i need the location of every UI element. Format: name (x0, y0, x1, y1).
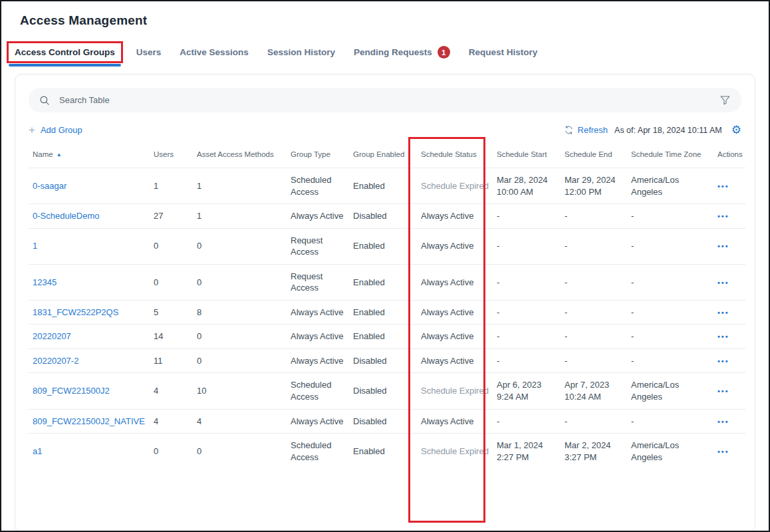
search-icon (39, 95, 50, 106)
refresh-icon (564, 125, 574, 135)
groups-table: Name▲ Users Asset Access Methods Group T… (29, 144, 741, 469)
add-group-label: Add Group (41, 125, 82, 135)
row-actions-button[interactable]: ••• (717, 277, 729, 288)
toolbar-right: Refresh As of: Apr 18, 2024 10:11 AM ⚙ (564, 124, 741, 136)
column-header-group-enabled[interactable]: Group Enabled (349, 144, 417, 168)
table-body: 0-saagar11Scheduled AccessEnabledSchedul… (29, 168, 745, 469)
tab-label: Session History (267, 47, 335, 57)
table-row: 1831_FCW2522P2QS58Always ActiveEnabledAl… (29, 300, 745, 325)
table-row: 1234500Request AccessEnabledAlways Activ… (29, 264, 745, 300)
refresh-button[interactable]: Refresh (564, 125, 608, 135)
sort-ascending-icon: ▲ (57, 152, 62, 158)
table-row: 809_FCW221500J2410Scheduled AccessDisabl… (29, 373, 745, 409)
funnel-icon (719, 94, 731, 106)
group-name-link[interactable]: a1 (33, 446, 42, 456)
annotation-box-active-tab: Access Control Groups (7, 41, 123, 63)
tab-active-sessions[interactable]: Active Sessions (180, 47, 249, 57)
table-row: 0-saagar11Scheduled AccessEnabledSchedul… (29, 168, 745, 204)
page-title: Access Management (1, 1, 769, 28)
add-group-button[interactable]: + Add Group (29, 124, 82, 136)
row-actions-button[interactable]: ••• (717, 211, 729, 221)
filter-button[interactable] (718, 93, 732, 107)
row-actions-button[interactable]: ••• (717, 181, 729, 192)
group-name-link[interactable]: 1 (33, 241, 37, 251)
table-row: 20220207140Always ActiveEnabledAlways Ac… (29, 325, 745, 349)
plus-icon: + (29, 124, 35, 136)
tab-label: Request History (469, 47, 538, 57)
tab-label: Active Sessions (180, 47, 249, 57)
column-header-actions: Actions (713, 144, 745, 168)
group-name-link[interactable]: 0-saagar (33, 181, 66, 191)
gear-icon: ⚙ (731, 124, 741, 136)
table-row: 0-ScheduleDemo271Always ActiveDisabledAl… (29, 204, 745, 229)
refresh-label: Refresh (578, 125, 608, 135)
group-name-link[interactable]: 12345 (33, 277, 57, 287)
column-header-schedule-start[interactable]: Schedule Start (493, 144, 561, 168)
tab-session-history[interactable]: Session History (267, 47, 335, 57)
group-name-link[interactable]: 1831_FCW2522P2QS (33, 307, 118, 317)
column-header-asset-access-methods[interactable]: Asset Access Methods (193, 144, 287, 168)
groups-table-card: + Add Group Refresh As of: Apr 18, 2024 … (15, 74, 755, 532)
row-actions-button[interactable]: ••• (717, 446, 729, 457)
column-header-users[interactable]: Users (150, 144, 193, 168)
tab-label: Access Control Groups (15, 47, 115, 57)
row-actions-button[interactable]: ••• (717, 241, 729, 251)
column-header-schedule-end[interactable]: Schedule End (561, 144, 627, 168)
row-actions-button[interactable]: ••• (717, 416, 729, 427)
as-of-timestamp: As of: Apr 18, 2024 10:11 AM (614, 126, 722, 135)
tab-users[interactable]: Users (136, 47, 162, 57)
table-row: 20220207-2110Always ActiveDisabledAlways… (29, 348, 745, 373)
table-toolbar: + Add Group Refresh As of: Apr 18, 2024 … (29, 124, 741, 136)
group-name-link[interactable]: 809_FCW221500J2 (33, 386, 110, 396)
table-row: a100Scheduled AccessEnabledSchedule Expi… (29, 434, 745, 469)
column-header-name[interactable]: Name▲ (29, 144, 150, 168)
table-row: 809_FCW221500J2_NATIVE44Always ActiveDis… (29, 409, 745, 434)
table-settings-button[interactable]: ⚙ (731, 124, 741, 136)
tab-request-history[interactable]: Request History (469, 47, 538, 57)
search-input[interactable] (58, 94, 718, 106)
table-search-bar (29, 88, 741, 112)
group-name-link[interactable]: 809_FCW221500J2_NATIVE (33, 416, 145, 426)
pending-requests-count-badge: 1 (438, 46, 450, 59)
tab-access-control-groups[interactable]: Access Control Groups (7, 41, 123, 63)
tab-pending-requests[interactable]: Pending Requests 1 (354, 46, 450, 59)
tab-bar: Access Control Groups Users Active Sessi… (7, 41, 769, 63)
tab-label: Users (136, 47, 162, 57)
group-name-link[interactable]: 20220207 (33, 331, 71, 341)
table-header-row: Name▲ Users Asset Access Methods Group T… (29, 144, 745, 168)
row-actions-button[interactable]: ••• (717, 331, 729, 342)
row-actions-button[interactable]: ••• (717, 386, 729, 396)
tab-label: Pending Requests (354, 47, 432, 57)
row-actions-button[interactable]: ••• (717, 307, 729, 318)
column-header-group-type[interactable]: Group Type (287, 144, 349, 168)
column-header-schedule-status[interactable]: Schedule Status (417, 144, 493, 168)
group-name-link[interactable]: 0-ScheduleDemo (33, 211, 99, 221)
table-row: 100Request AccessEnabledAlways Active---… (29, 228, 745, 264)
column-header-schedule-time-zone[interactable]: Schedule Time Zone (627, 144, 713, 168)
group-name-link[interactable]: 20220207-2 (33, 356, 78, 366)
row-actions-button[interactable]: ••• (717, 356, 729, 366)
